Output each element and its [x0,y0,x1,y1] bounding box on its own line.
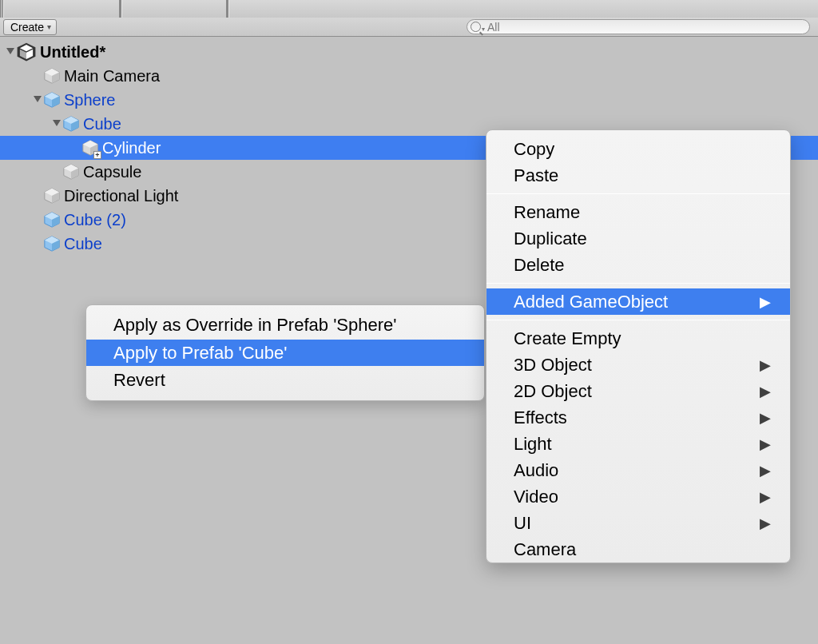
submenu-arrow-icon: ▶ [760,435,771,453]
menu-item-label: Paste [514,165,558,186]
scene-row[interactable]: Untitled* [0,40,818,64]
unity-scene-icon [16,42,37,62]
menu-item-label: 3D Object [514,355,592,376]
prefab-icon [43,91,61,109]
submenu-arrow-icon: ▶ [760,488,771,506]
hierarchy-item-main-camera[interactable]: Main Camera [0,64,818,88]
menu-revert[interactable]: Revert [86,366,484,400]
menu-paste[interactable]: Paste [486,162,790,189]
hierarchy-item-sphere[interactable]: Sphere [0,88,818,112]
menu-effects[interactable]: Effects ▶ [486,404,790,431]
search-text: All [487,21,500,34]
gameobject-icon [43,187,61,205]
create-button[interactable]: Create ▾ [3,19,57,35]
expand-arrow-icon[interactable] [51,115,62,133]
menu-separator [486,283,790,284]
menu-separator [486,320,790,320]
menu-video[interactable]: Video ▶ [486,483,790,510]
menu-item-label: Effects [514,407,567,428]
menu-light[interactable]: Light ▶ [486,431,790,457]
scene-name: Untitled* [40,43,105,62]
menu-create-empty[interactable]: Create Empty [486,325,790,352]
item-label: Directional Light [64,187,178,205]
hierarchy-toolbar: Create ▾ ▾ All [0,18,818,37]
submenu-arrow-icon: ▶ [760,293,771,311]
submenu-arrow-icon: ▶ [760,383,771,400]
item-label: Cube [83,115,121,133]
gameobject-icon [62,163,80,181]
menu-item-label: 2D Object [514,381,592,402]
item-label: Cube [64,235,102,253]
menu-delete[interactable]: Delete [486,252,790,278]
tab-strip [0,0,818,18]
menu-item-label: Added GameObject [514,292,668,312]
menu-added-gameobject[interactable]: Added GameObject ▶ [486,288,790,315]
search-dropdown-icon: ▾ [482,26,485,33]
gameobject-added-icon: + [81,139,99,157]
prefab-icon [43,211,61,229]
search-icon [471,22,481,32]
search-input[interactable]: ▾ All [467,19,810,34]
dropdown-arrow-icon: ▾ [47,22,51,31]
menu-separator [486,193,790,194]
plus-overlay-icon: + [93,151,101,159]
menu-item-label: Create Empty [514,328,621,349]
menu-apply-override[interactable]: Apply as Override in Prefab 'Sphere' [86,305,484,340]
item-label: Sphere [64,91,116,109]
submenu-arrow-icon: ▶ [760,409,771,427]
menu-item-label: Light [514,434,552,455]
added-gameobject-submenu: Apply as Override in Prefab 'Sphere' App… [85,304,485,401]
menu-item-label: Apply as Override in Prefab 'Sphere' [113,315,396,336]
context-menu: Copy Paste Rename Duplicate Delete Added… [486,129,791,563]
submenu-arrow-icon: ▶ [760,356,771,374]
menu-item-label: Video [514,487,558,507]
menu-item-label: Copy [514,139,554,160]
menu-item-label: Revert [113,370,165,391]
expand-arrow-icon[interactable] [32,91,43,109]
expand-arrow-icon[interactable] [5,43,16,62]
item-label: Main Camera [64,67,160,85]
menu-item-label: Audio [514,460,558,481]
svg-marker-8 [34,96,42,102]
menu-item-label: Duplicate [514,229,587,249]
menu-item-label: UI [514,513,531,534]
gameobject-icon [43,67,61,85]
prefab-icon [43,235,61,252]
menu-item-label: Rename [514,202,580,223]
menu-audio[interactable]: Audio ▶ [486,457,790,483]
svg-marker-0 [6,48,14,54]
create-button-label: Create [10,21,44,34]
menu-3d-object[interactable]: 3D Object ▶ [486,352,790,378]
item-label: Cube (2) [64,211,126,229]
menu-rename[interactable]: Rename [486,199,790,225]
prefab-icon [62,115,80,133]
svg-marker-12 [53,120,61,126]
menu-item-label: Delete [514,255,565,276]
menu-item-label: Apply to Prefab 'Cube' [113,343,288,364]
menu-item-label: Camera [514,539,576,560]
menu-copy[interactable]: Copy [486,130,790,162]
menu-duplicate[interactable]: Duplicate [486,225,790,252]
submenu-arrow-icon: ▶ [760,462,771,479]
item-label: Capsule [83,163,141,181]
menu-camera[interactable]: Camera [486,536,790,563]
menu-apply-prefab[interactable]: Apply to Prefab 'Cube' [86,340,484,366]
item-label: Cylinder [102,139,161,157]
submenu-arrow-icon: ▶ [760,515,771,532]
menu-2d-object[interactable]: 2D Object ▶ [486,378,790,404]
menu-ui[interactable]: UI ▶ [486,510,790,536]
